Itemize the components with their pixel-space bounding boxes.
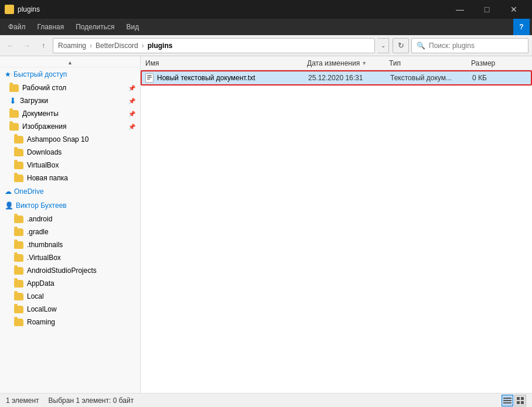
menu-bar: Файл Главная Поделиться Вид ? (0, 19, 532, 35)
maximize-button[interactable]: □ (473, 0, 500, 19)
sidebar-item-android-label: .android (27, 215, 52, 223)
sidebar-item-virtualbox[interactable]: VirtualBox (0, 159, 140, 172)
sidebar-quick-access[interactable]: ★ Быстрый доступ (0, 67, 140, 81)
sidebar-item-images[interactable]: Изображения 📌 (0, 120, 140, 133)
search-input[interactable] (429, 42, 523, 50)
folder-icon-roaming (14, 319, 23, 326)
user-label: Виктор Бухтеев (16, 201, 67, 210)
sidebar-item-ashampoo[interactable]: Ashampoo Snap 10 (0, 133, 140, 146)
folder-icon-virtualbox2 (14, 254, 23, 262)
up-button[interactable]: ↑ (36, 39, 50, 53)
folder-icon-documents (9, 110, 19, 118)
txt-line-1 (147, 75, 152, 76)
sidebar-item-downloads-folder-label: Downloads (27, 148, 62, 156)
address-dropdown[interactable]: ⌄ (377, 38, 389, 53)
sidebar-item-desktop-label: Рабочий стол (22, 84, 66, 92)
sidebar-item-androidstudio[interactable]: AndroidStudioProjects (0, 264, 140, 277)
column-headers: Имя Дата изменения ▼ Тип Размер (141, 56, 532, 70)
col-header-date[interactable]: Дата изменения ▼ (307, 59, 389, 67)
sidebar-item-roaming[interactable]: Roaming (0, 316, 140, 329)
txt-file-icon (145, 73, 154, 83)
file-name-0: Новый текстовый документ.txt (157, 74, 255, 82)
title-bar-folder-icon (5, 5, 14, 14)
downloads-icon: ⬇ (9, 96, 16, 105)
search-box[interactable]: 🔍 (411, 38, 528, 53)
path-plugins[interactable]: plugins (148, 42, 173, 50)
sort-arrow-icon: ▼ (362, 60, 367, 66)
col-header-name[interactable]: Имя (143, 59, 307, 67)
folder-icon-desktop (9, 84, 19, 92)
address-bar: ← → ↑ Roaming › BetterDiscord › plugins … (0, 35, 532, 56)
col-header-type[interactable]: Тип (389, 59, 471, 67)
address-path[interactable]: Roaming › BetterDiscord › plugins (53, 38, 375, 53)
sidebar-item-gradle[interactable]: .gradle (0, 225, 140, 238)
path-sep-2: › (142, 42, 144, 50)
col-header-size[interactable]: Размер (471, 59, 518, 67)
sidebar-item-new-folder[interactable]: Новая папка (0, 172, 140, 184)
sidebar-item-documents-label: Документы (22, 110, 59, 118)
sidebar-item-androidstudio-label: AndroidStudioProjects (27, 266, 97, 275)
sidebar-item-locallow[interactable]: LocalLow (0, 303, 140, 316)
sidebar-item-appdata[interactable]: AppData (0, 277, 140, 290)
folder-icon-ashampoo (14, 136, 23, 143)
sidebar-item-ashampoo-label: Ashampoo Snap 10 (27, 135, 88, 143)
close-button[interactable]: ✕ (500, 0, 527, 19)
sidebar-item-desktop[interactable]: Рабочий стол 📌 (0, 81, 140, 94)
sidebar-item-documents[interactable]: Документы 📌 (0, 107, 140, 120)
sidebar-item-roaming-label: Roaming (27, 318, 55, 326)
view-list-button[interactable] (502, 395, 513, 406)
forward-button[interactable]: → (20, 39, 34, 53)
title-bar-left: plugins (5, 5, 40, 14)
menu-home[interactable]: Главная (32, 19, 70, 35)
sidebar-item-downloads[interactable]: ⬇ Загрузки 📌 (0, 94, 140, 107)
cloud-icon: ☁ (5, 187, 12, 196)
refresh-button[interactable]: ↻ (393, 38, 409, 53)
menu-share[interactable]: Поделиться (70, 19, 120, 35)
path-roaming[interactable]: Roaming (58, 42, 86, 50)
menu-view[interactable]: Вид (120, 19, 145, 35)
title-bar: plugins — □ ✕ (0, 0, 532, 19)
sidebar-item-thumbnails[interactable]: .thumbnails (0, 238, 140, 251)
star-icon: ★ (5, 70, 11, 78)
txt-line-2 (147, 77, 152, 78)
folder-icon-thumbnails (14, 241, 23, 249)
sidebar-item-virtualbox2[interactable]: .VirtualBox (0, 251, 140, 264)
view-controls (502, 395, 526, 406)
txt-line-3 (147, 78, 150, 80)
pin-icon-downloads: 📌 (128, 98, 135, 104)
sidebar-item-local[interactable]: Local (0, 290, 140, 303)
quick-access-label: Быстрый доступ (13, 70, 67, 78)
minimize-button[interactable]: — (446, 0, 473, 19)
sidebar-item-new-folder-label: Новая папка (27, 174, 68, 182)
svg-rect-2 (503, 402, 511, 403)
file-cell-size-0: 0 КБ (472, 74, 519, 82)
path-betterdiscord[interactable]: BetterDiscord (96, 42, 138, 50)
file-cell-type-0: Текстовый докум... (390, 74, 472, 82)
status-count: 1 элемент (6, 396, 39, 405)
folder-icon-new (14, 175, 23, 182)
view-details-button[interactable] (514, 395, 526, 406)
sidebar-item-android[interactable]: .android (0, 213, 140, 225)
folder-icon-androidstudio (14, 267, 23, 275)
sidebar-user[interactable]: 👤 Виктор Бухтеев (0, 199, 140, 213)
title-bar-title: plugins (18, 5, 40, 13)
svg-rect-4 (521, 397, 524, 400)
sidebar-item-downloads-folder[interactable]: Downloads (0, 146, 140, 159)
help-button[interactable]: ? (513, 19, 530, 35)
pin-icon-documents: 📌 (128, 111, 135, 117)
sidebar-onedrive[interactable]: ☁ OneDrive (0, 184, 140, 199)
folder-icon-locallow (14, 306, 23, 313)
path-sep-1: › (90, 42, 92, 50)
svg-rect-0 (503, 398, 511, 399)
sidebar-item-downloads-label: Загрузки (20, 97, 48, 105)
svg-rect-3 (517, 397, 520, 400)
back-button[interactable]: ← (4, 39, 18, 53)
folder-icon-gradle (14, 228, 23, 236)
menu-file[interactable]: Файл (2, 19, 32, 35)
onedrive-label: OneDrive (14, 187, 44, 196)
status-selected: Выбран 1 элемент: 0 байт (49, 396, 134, 405)
folder-icon-images (9, 123, 19, 131)
sidebar-item-gradle-label: .gradle (27, 228, 49, 236)
file-row-0[interactable]: Новый текстовый документ.txt 25.12.2020 … (141, 70, 532, 85)
pin-icon-images: 📌 (128, 124, 135, 130)
